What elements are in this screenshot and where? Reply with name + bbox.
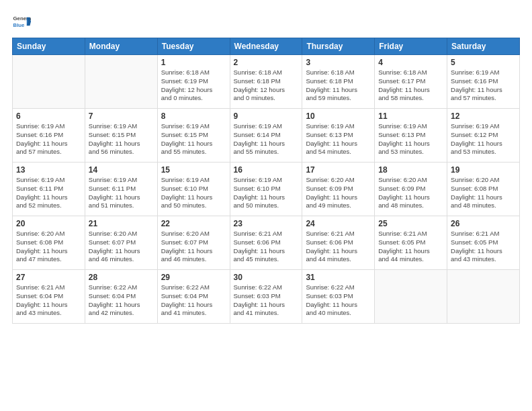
- day-number: 10: [306, 111, 371, 121]
- calendar-cell: [13, 55, 85, 109]
- calendar-cell: 26Sunrise: 6:21 AM Sunset: 6:05 PM Dayli…: [447, 216, 520, 270]
- calendar-cell: 17Sunrise: 6:20 AM Sunset: 6:09 PM Dayli…: [302, 163, 375, 216]
- calendar-week-row: 20Sunrise: 6:20 AM Sunset: 6:08 PM Dayli…: [13, 216, 520, 270]
- calendar-cell: 15Sunrise: 6:19 AM Sunset: 6:10 PM Dayli…: [157, 163, 230, 216]
- calendar-cell: 4Sunrise: 6:18 AM Sunset: 6:17 PM Daylig…: [375, 55, 447, 109]
- calendar-cell: 19Sunrise: 6:20 AM Sunset: 6:08 PM Dayli…: [447, 163, 520, 216]
- calendar-cell: 23Sunrise: 6:21 AM Sunset: 6:06 PM Dayli…: [230, 216, 302, 270]
- day-number: 6: [16, 111, 81, 121]
- day-number: 4: [378, 58, 443, 67]
- day-info: Sunrise: 6:19 AM Sunset: 6:16 PM Dayligh…: [451, 68, 516, 103]
- day-info: Sunrise: 6:20 AM Sunset: 6:08 PM Dayligh…: [16, 230, 81, 264]
- svg-text:Blue: Blue: [13, 22, 26, 28]
- day-number: 7: [89, 111, 154, 121]
- day-info: Sunrise: 6:19 AM Sunset: 6:10 PM Dayligh…: [161, 176, 226, 210]
- day-info: Sunrise: 6:19 AM Sunset: 6:12 PM Dayligh…: [451, 122, 516, 156]
- day-info: Sunrise: 6:19 AM Sunset: 6:13 PM Dayligh…: [306, 122, 371, 156]
- calendar-header-wednesday: Wednesday: [230, 38, 302, 55]
- day-number: 15: [161, 165, 226, 175]
- day-number: 29: [161, 273, 226, 282]
- day-number: 18: [378, 165, 443, 175]
- calendar-cell: 5Sunrise: 6:19 AM Sunset: 6:16 PM Daylig…: [447, 55, 520, 109]
- day-info: Sunrise: 6:18 AM Sunset: 6:19 PM Dayligh…: [161, 68, 226, 103]
- day-info: Sunrise: 6:20 AM Sunset: 6:08 PM Dayligh…: [451, 176, 516, 210]
- calendar-header-saturday: Saturday: [447, 38, 520, 55]
- calendar-cell: [375, 270, 447, 324]
- page: General Blue SundayMondayTuesdayWednesda…: [0, 0, 532, 411]
- day-number: 17: [306, 165, 371, 175]
- day-number: 8: [161, 111, 226, 121]
- day-number: 26: [451, 219, 516, 228]
- calendar-header-row: SundayMondayTuesdayWednesdayThursdayFrid…: [13, 38, 520, 55]
- day-info: Sunrise: 6:22 AM Sunset: 6:03 PM Dayligh…: [306, 283, 371, 318]
- day-info: Sunrise: 6:19 AM Sunset: 6:11 PM Dayligh…: [89, 176, 154, 210]
- day-info: Sunrise: 6:18 AM Sunset: 6:18 PM Dayligh…: [306, 68, 371, 103]
- calendar-cell: 28Sunrise: 6:22 AM Sunset: 6:04 PM Dayli…: [85, 270, 157, 324]
- day-info: Sunrise: 6:19 AM Sunset: 6:11 PM Dayligh…: [16, 176, 81, 210]
- day-number: 11: [378, 111, 443, 121]
- day-number: 20: [16, 219, 81, 228]
- day-number: 30: [234, 273, 299, 282]
- calendar: SundayMondayTuesdayWednesdayThursdayFrid…: [12, 38, 520, 324]
- calendar-cell: 29Sunrise: 6:22 AM Sunset: 6:04 PM Dayli…: [157, 270, 230, 324]
- day-info: Sunrise: 6:20 AM Sunset: 6:09 PM Dayligh…: [306, 176, 371, 210]
- day-number: 12: [451, 111, 516, 121]
- calendar-cell: 30Sunrise: 6:22 AM Sunset: 6:03 PM Dayli…: [230, 270, 302, 324]
- calendar-cell: 22Sunrise: 6:20 AM Sunset: 6:07 PM Dayli…: [157, 216, 230, 270]
- day-number: 24: [306, 219, 371, 228]
- calendar-header-thursday: Thursday: [302, 38, 375, 55]
- calendar-cell: 25Sunrise: 6:21 AM Sunset: 6:05 PM Dayli…: [375, 216, 447, 270]
- calendar-cell: 1Sunrise: 6:18 AM Sunset: 6:19 PM Daylig…: [157, 55, 230, 109]
- day-number: 2: [234, 58, 299, 67]
- day-number: 19: [451, 165, 516, 175]
- calendar-cell: 31Sunrise: 6:22 AM Sunset: 6:03 PM Dayli…: [302, 270, 375, 324]
- calendar-cell: [85, 55, 157, 109]
- day-number: 13: [16, 165, 81, 175]
- header: General Blue: [12, 12, 520, 31]
- calendar-cell: 27Sunrise: 6:21 AM Sunset: 6:04 PM Dayli…: [13, 270, 85, 324]
- day-number: 14: [89, 165, 154, 175]
- day-number: 28: [89, 273, 154, 282]
- day-info: Sunrise: 6:21 AM Sunset: 6:04 PM Dayligh…: [16, 283, 81, 318]
- day-number: 23: [234, 219, 299, 228]
- logo: General Blue: [12, 12, 35, 31]
- calendar-cell: 21Sunrise: 6:20 AM Sunset: 6:07 PM Dayli…: [85, 216, 157, 270]
- day-info: Sunrise: 6:22 AM Sunset: 6:04 PM Dayligh…: [89, 283, 154, 318]
- day-info: Sunrise: 6:21 AM Sunset: 6:05 PM Dayligh…: [378, 230, 443, 264]
- calendar-cell: 9Sunrise: 6:19 AM Sunset: 6:14 PM Daylig…: [230, 109, 302, 163]
- calendar-header-sunday: Sunday: [13, 38, 85, 55]
- day-number: 3: [306, 58, 371, 67]
- calendar-cell: 20Sunrise: 6:20 AM Sunset: 6:08 PM Dayli…: [13, 216, 85, 270]
- day-number: 25: [378, 219, 443, 228]
- day-info: Sunrise: 6:19 AM Sunset: 6:14 PM Dayligh…: [234, 122, 299, 156]
- calendar-cell: 10Sunrise: 6:19 AM Sunset: 6:13 PM Dayli…: [302, 109, 375, 163]
- day-number: 31: [306, 273, 371, 282]
- calendar-week-row: 13Sunrise: 6:19 AM Sunset: 6:11 PM Dayli…: [13, 163, 520, 216]
- calendar-cell: 18Sunrise: 6:20 AM Sunset: 6:09 PM Dayli…: [375, 163, 447, 216]
- day-info: Sunrise: 6:19 AM Sunset: 6:15 PM Dayligh…: [161, 122, 226, 156]
- day-info: Sunrise: 6:19 AM Sunset: 6:16 PM Dayligh…: [16, 122, 81, 156]
- day-info: Sunrise: 6:21 AM Sunset: 6:06 PM Dayligh…: [234, 230, 299, 264]
- day-info: Sunrise: 6:19 AM Sunset: 6:10 PM Dayligh…: [234, 176, 299, 210]
- day-info: Sunrise: 6:20 AM Sunset: 6:07 PM Dayligh…: [89, 230, 154, 264]
- day-number: 1: [161, 58, 226, 67]
- day-info: Sunrise: 6:21 AM Sunset: 6:05 PM Dayligh…: [451, 230, 516, 264]
- day-number: 21: [89, 219, 154, 228]
- calendar-cell: 6Sunrise: 6:19 AM Sunset: 6:16 PM Daylig…: [13, 109, 85, 163]
- calendar-cell: 16Sunrise: 6:19 AM Sunset: 6:10 PM Dayli…: [230, 163, 302, 216]
- logo-icon: General Blue: [12, 12, 31, 31]
- day-info: Sunrise: 6:18 AM Sunset: 6:18 PM Dayligh…: [234, 68, 299, 103]
- day-number: 22: [161, 219, 226, 228]
- calendar-cell: [447, 270, 520, 324]
- day-info: Sunrise: 6:20 AM Sunset: 6:09 PM Dayligh…: [378, 176, 443, 210]
- day-info: Sunrise: 6:19 AM Sunset: 6:13 PM Dayligh…: [378, 122, 443, 156]
- calendar-cell: 12Sunrise: 6:19 AM Sunset: 6:12 PM Dayli…: [447, 109, 520, 163]
- day-info: Sunrise: 6:21 AM Sunset: 6:06 PM Dayligh…: [306, 230, 371, 264]
- day-info: Sunrise: 6:22 AM Sunset: 6:03 PM Dayligh…: [234, 283, 299, 318]
- calendar-cell: 13Sunrise: 6:19 AM Sunset: 6:11 PM Dayli…: [13, 163, 85, 216]
- day-info: Sunrise: 6:22 AM Sunset: 6:04 PM Dayligh…: [161, 283, 226, 318]
- day-info: Sunrise: 6:20 AM Sunset: 6:07 PM Dayligh…: [161, 230, 226, 264]
- calendar-cell: 24Sunrise: 6:21 AM Sunset: 6:06 PM Dayli…: [302, 216, 375, 270]
- calendar-cell: 8Sunrise: 6:19 AM Sunset: 6:15 PM Daylig…: [157, 109, 230, 163]
- calendar-cell: 2Sunrise: 6:18 AM Sunset: 6:18 PM Daylig…: [230, 55, 302, 109]
